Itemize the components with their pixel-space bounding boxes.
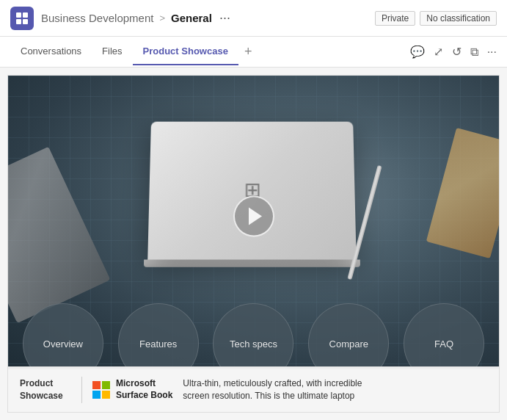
nav-features[interactable]: Features [118, 303, 199, 369]
nav-compare[interactable]: Compare [308, 303, 389, 369]
ms-logo-blue [92, 391, 101, 399]
title-bar-actions: Private No classification [375, 11, 497, 26]
refresh-icon[interactable]: ↺ [452, 45, 462, 59]
bottom-divider [81, 377, 82, 403]
breadcrumb-more-button[interactable]: ··· [219, 10, 230, 26]
tab-bar: Conversations Files Product Showcase + 💬… [0, 37, 507, 68]
classification-badge: No classification [420, 11, 497, 26]
ms-product-title-line1: Microsoft [116, 378, 172, 390]
breadcrumb-group[interactable]: Business Development [41, 12, 153, 24]
svg-rect-3 [23, 19, 28, 24]
bottom-product-label: Product Showcase [20, 377, 71, 402]
nav-faq[interactable]: FAQ [404, 303, 484, 369]
laptop-base [143, 260, 360, 267]
private-badge: Private [375, 11, 415, 26]
breadcrumb-current[interactable]: General [171, 12, 212, 24]
microsoft-logo [92, 381, 110, 399]
product-description: Ultra-thin, meticulously crafted, with i… [183, 377, 388, 402]
ms-logo-green [102, 381, 110, 389]
video-area: Overview Features Tech specs Compare FAQ [8, 76, 499, 369]
nav-overview[interactable]: Overview [23, 303, 103, 369]
ms-logo-yellow [102, 391, 110, 399]
popout-icon[interactable]: ⧉ [470, 46, 478, 59]
breadcrumb: Business Development > General ··· [41, 10, 375, 26]
ms-product-title-line2: Surface Book [116, 390, 172, 402]
tab-files[interactable]: Files [92, 38, 132, 65]
comment-icon[interactable]: 💬 [410, 45, 425, 59]
nav-circles: Overview Features Tech specs Compare FAQ [8, 303, 499, 369]
main-content: Overview Features Tech specs Compare FAQ… [7, 75, 500, 413]
expand-icon[interactable]: ⤢ [434, 45, 443, 59]
nav-tech-specs[interactable]: Tech specs [213, 303, 293, 369]
tab-conversations[interactable]: Conversations [10, 38, 92, 65]
tab-bar-actions: 💬 ⤢ ↺ ⧉ ··· [410, 45, 497, 59]
bottom-info-bar: Product Showcase Microsoft Surface Book … [8, 366, 499, 412]
svg-rect-1 [23, 12, 28, 18]
laptop-image [147, 122, 360, 267]
add-tab-button[interactable]: + [238, 44, 258, 59]
tab-product-showcase[interactable]: Product Showcase [133, 38, 238, 65]
svg-rect-2 [16, 19, 21, 24]
title-bar: Business Development > General ··· Priva… [0, 0, 507, 37]
product-info: Microsoft Surface Book [92, 378, 172, 401]
breadcrumb-separator: > [159, 12, 165, 23]
laptop-lid [147, 122, 356, 260]
ms-logo-red [92, 381, 101, 389]
app-logo [10, 7, 34, 30]
svg-rect-0 [16, 12, 21, 18]
play-button[interactable] [233, 196, 274, 237]
more-options-icon[interactable]: ··· [487, 46, 497, 59]
